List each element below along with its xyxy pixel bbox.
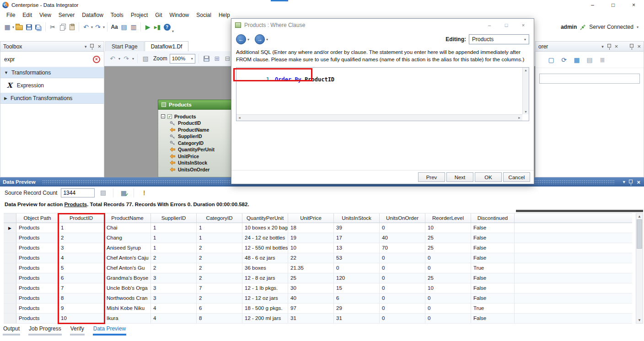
node-field[interactable]: UnitPrice (170, 153, 233, 160)
scrollbar-thumb[interactable] (637, 219, 642, 249)
column-header[interactable]: QuantityPerUnit (242, 213, 288, 223)
scroll-up-icon[interactable]: ▲ (638, 214, 641, 218)
editing-select[interactable]: Products ▾ (469, 34, 529, 44)
new-item-icon[interactable]: ▢ (547, 54, 556, 65)
scroll-down-icon[interactable]: ▼ (638, 318, 641, 322)
summary-action-link[interactable]: Products (64, 202, 87, 207)
table-row[interactable]: ▶ Products 9 Mishi Kobe Niku 4 6 18 - 50… (4, 304, 632, 314)
bottom-tab[interactable]: Job Progress (28, 325, 62, 336)
table-row[interactable]: ▶ Products 8 Northwoods Cran 3 2 12 - 12… (4, 293, 632, 304)
start-dataflow-icon[interactable]: ▶ (143, 21, 152, 32)
menu-item[interactable]: Project (127, 11, 151, 19)
grid-vertical-scrollbar[interactable]: ▲ ▼ (636, 213, 643, 324)
close-button[interactable]: × (623, 0, 644, 10)
row-selector-cell[interactable]: ▶ (4, 283, 16, 293)
save-button[interactable] (24, 21, 33, 32)
table-row[interactable]: ▶ Products 4 Chef Anton's Caju 2 2 48 - … (4, 253, 632, 263)
refresh-preview-button[interactable]: ▦ (119, 187, 128, 198)
new-icon[interactable]: ▦ (3, 21, 12, 32)
products-node[interactable]: Products – ✓ Products (158, 100, 236, 177)
table-row[interactable]: ▶ Products 10 Ikura 4 8 12 - 200 ml jars… (4, 314, 632, 324)
refresh-icon[interactable]: ⟳ (559, 54, 569, 65)
row-selector-cell[interactable]: ▶ (4, 253, 16, 263)
menu-item[interactable]: Edit (19, 11, 36, 19)
bottom-tab[interactable]: Output (3, 325, 20, 336)
font-format-icon[interactable]: Aa (110, 21, 119, 32)
redo-dropdown-icon[interactable]: ▾ (132, 57, 134, 61)
open-button[interactable] (15, 21, 24, 32)
column-header[interactable]: SupplierID (151, 213, 197, 223)
undo-dropdown-icon[interactable]: ▾ (118, 57, 120, 61)
pin-icon[interactable] (630, 44, 633, 48)
menu-item[interactable]: Help (215, 11, 234, 19)
close-icon[interactable]: × (615, 43, 618, 49)
node-field[interactable]: ProductName (170, 127, 233, 133)
grid-horizontal-scrollbar[interactable] (0, 209, 644, 213)
toolbar-overflow-icon[interactable]: ▾ (172, 29, 174, 33)
new-dropdown-icon[interactable]: ▾ (12, 25, 14, 29)
pin-icon[interactable] (629, 180, 633, 183)
close-icon[interactable]: × (637, 179, 640, 185)
back-dropdown-icon[interactable]: ▾ (247, 37, 249, 42)
scroll-left-icon[interactable]: ◄ (238, 116, 241, 119)
stop-button[interactable] (98, 187, 107, 198)
table-row[interactable]: ▶ Products 7 Uncle Bob's Orga 3 7 12 - 1… (4, 283, 632, 293)
account-dropdown-icon[interactable]: ▾ (637, 25, 639, 29)
save-all-button[interactable] (34, 21, 43, 32)
row-selector-cell[interactable]: ▶ (4, 233, 16, 243)
close-icon[interactable]: × (637, 43, 641, 49)
zoom-fit-icon[interactable]: ▧ (141, 53, 150, 64)
dialog-button[interactable]: Prev (418, 172, 445, 182)
dialog-maximize-button[interactable]: □ (499, 20, 513, 30)
column-header[interactable]: ReorderLevel (425, 213, 471, 223)
node-field[interactable]: UnitsInStock (170, 160, 233, 166)
menu-item[interactable]: Server (55, 11, 78, 19)
forward-icon[interactable]: → (255, 34, 265, 44)
table-view-icon[interactable]: ▦ (572, 54, 581, 65)
redo-dropdown-icon[interactable]: ▾ (103, 25, 105, 29)
redo-icon[interactable]: ↷ (122, 53, 131, 64)
chevron-down-icon[interactable]: ▾ (601, 44, 604, 49)
run-dataflow-icon[interactable]: ▸▮ (153, 21, 162, 32)
pin-icon[interactable] (90, 44, 94, 48)
editor-vertical-scrollbar[interactable]: ▲▼ (522, 68, 529, 114)
column-header[interactable]: Object Path (16, 213, 59, 223)
menu-item[interactable]: Tools (107, 11, 127, 19)
chevron-down-icon[interactable]: ▾ (623, 180, 625, 184)
undo-icon[interactable]: ↶ (81, 21, 91, 32)
undo-icon[interactable]: ↶ (108, 53, 117, 64)
column-header[interactable]: Discontinued (471, 213, 515, 223)
table-row[interactable]: ▶ Products 2 Chang 1 1 24 - 12 oz bottle… (4, 233, 632, 243)
maximize-button[interactable]: □ (603, 0, 623, 10)
redo-icon[interactable]: ↷ (93, 21, 102, 32)
chevron-down-icon[interactable]: ▾ (85, 44, 87, 49)
document-tab[interactable]: Dataflow1.Df (145, 41, 189, 51)
source-record-count-input[interactable] (61, 188, 95, 197)
table-row[interactable]: ▶ Products 5 Chef Anton's Gu 2 2 36 boxe… (4, 263, 632, 273)
dialog-button[interactable]: Next (446, 172, 473, 182)
menu-item[interactable]: Git (151, 11, 166, 19)
cut-icon[interactable]: ✂ (48, 21, 57, 32)
dialog-button[interactable]: Cancel (503, 172, 530, 182)
tree-view-icon[interactable]: ≣ (598, 54, 607, 65)
node-field[interactable]: SupplierID (170, 133, 233, 140)
menu-item[interactable]: View (36, 11, 55, 19)
column-header[interactable]: ProductName (104, 213, 151, 223)
toolbox-search-input[interactable] (4, 56, 93, 63)
back-icon[interactable]: ← (236, 34, 246, 44)
explorer-search-input[interactable] (539, 74, 640, 84)
pin-icon[interactable] (607, 44, 611, 48)
table-row[interactable]: ▶ Products 6 Grandma's Boyse 3 2 12 - 8 … (4, 273, 632, 283)
products-node-header[interactable]: Products (158, 100, 236, 110)
document-tab[interactable]: Start Page (105, 41, 144, 51)
row-selector-cell[interactable]: ▶ (4, 263, 16, 273)
paste-button[interactable] (67, 21, 76, 32)
node-checkbox[interactable]: ✓ (167, 114, 172, 119)
scroll-down-icon[interactable]: ▼ (524, 110, 527, 113)
scrollbar-thumb[interactable] (516, 210, 643, 212)
row-selector-cell[interactable]: ▶ (4, 293, 16, 303)
copy-button[interactable] (58, 21, 67, 32)
scroll-up-icon[interactable]: ▲ (524, 69, 527, 72)
node-field[interactable]: CategoryID (170, 140, 233, 147)
close-icon[interactable]: × (97, 43, 101, 49)
